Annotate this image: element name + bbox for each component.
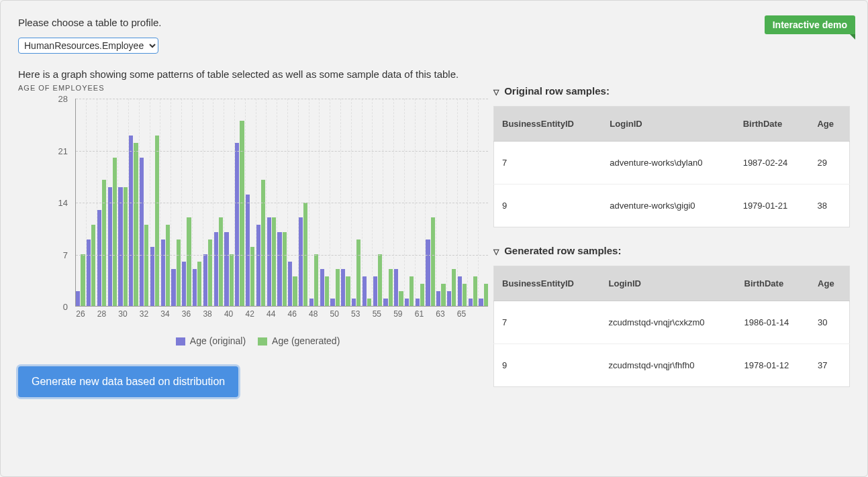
bar-generated	[356, 240, 360, 306]
bar-original	[405, 299, 409, 306]
table-cell: 29	[809, 142, 849, 184]
bar-original	[97, 210, 101, 306]
bar-original	[426, 240, 430, 306]
column-header: BirthDate	[736, 266, 810, 301]
bar-generated	[399, 291, 403, 306]
x-tick-label	[107, 309, 117, 319]
bar-original	[479, 299, 483, 306]
bar-generated	[452, 269, 456, 306]
x-tick-label: 28	[97, 309, 107, 319]
bar-original	[161, 240, 165, 306]
bar-generated	[473, 276, 477, 306]
table-cell: 1979-01-21	[735, 184, 810, 227]
bar-original	[458, 276, 462, 306]
description-text: Here is a graph showing some patterns of…	[18, 68, 850, 80]
bar-original	[277, 232, 281, 306]
table-select[interactable]: HumanResources.Employee	[18, 38, 158, 54]
x-tick-label: 53	[350, 309, 361, 319]
x-tick-label: 32	[139, 309, 150, 319]
y-tick-label: 14	[58, 198, 68, 208]
bar-original	[256, 225, 260, 306]
bar-generated	[240, 121, 244, 306]
bar-original	[416, 299, 420, 306]
bar-original	[363, 276, 367, 306]
bar-generated	[250, 247, 254, 306]
bar-generated	[166, 225, 170, 306]
table-row: 7adventure-works\dylan01987-02-2429	[494, 142, 850, 184]
bar-original	[118, 187, 122, 306]
bar-generated	[134, 143, 138, 306]
bar-original	[171, 269, 175, 306]
original-samples-table: BusinessEntityIDLoginIDBirthDateAge 7adv…	[493, 106, 850, 227]
bar-generated	[81, 254, 85, 306]
bar-original	[436, 291, 440, 306]
bar-original	[193, 269, 197, 306]
y-tick-label: 0	[63, 302, 68, 312]
bar-original	[108, 187, 112, 306]
bar-original	[214, 232, 218, 306]
bar-original	[235, 143, 239, 306]
column-header: LoginID	[601, 107, 734, 142]
bar-original	[394, 269, 398, 306]
x-tick-label: 46	[287, 309, 297, 319]
bar-generated	[420, 284, 424, 306]
bar-original	[320, 269, 324, 306]
bar-generated	[155, 136, 159, 306]
x-tick-label: 34	[160, 309, 171, 319]
table-cell: 7	[494, 142, 602, 184]
bar-original	[76, 291, 80, 306]
table-cell: 1987-02-24	[735, 142, 810, 184]
table-cell: 38	[809, 184, 849, 227]
bar-generated	[336, 269, 340, 306]
x-tick-label: 59	[393, 309, 403, 319]
table-cell: 9	[494, 184, 602, 227]
bar-generated	[272, 217, 276, 306]
bar-generated	[230, 254, 234, 306]
bar-original	[267, 217, 271, 306]
interactive-demo-badge: Interactive demo	[765, 15, 855, 34]
table-cell: 30	[810, 301, 849, 344]
bar-generated	[325, 276, 329, 306]
bar-original	[87, 240, 91, 306]
table-cell: 37	[810, 344, 849, 387]
table-row: 9adventure-works\gigi01979-01-2138	[494, 184, 850, 227]
x-tick-label: 42	[244, 309, 255, 319]
table-cell: 1978-01-12	[736, 344, 810, 387]
generated-samples-header[interactable]: ▽ Generated row samples:	[493, 245, 850, 256]
bar-generated	[124, 187, 128, 306]
table-row: 9zcudmstqd-vnqjr\fhfh01978-01-1237	[494, 344, 850, 387]
bar-generated	[463, 284, 467, 306]
table-cell: adventure-works\dylan0	[601, 142, 734, 184]
legend-label-generated: Age (generated)	[272, 335, 340, 346]
bar-generated	[314, 254, 318, 306]
generate-button[interactable]: Generate new data based on distribution	[18, 366, 238, 397]
chart-legend: Age (original) Age (generated)	[18, 335, 488, 346]
column-header: Age	[809, 107, 849, 142]
triangle-down-icon: ▽	[493, 248, 499, 256]
bar-generated	[144, 225, 148, 306]
x-tick-label	[340, 309, 350, 319]
bar-original	[447, 291, 451, 306]
bar-original	[373, 276, 377, 306]
legend-swatch-generated	[258, 337, 267, 346]
bar-generated	[187, 217, 191, 306]
bar-generated	[177, 240, 181, 306]
bar-generated	[367, 299, 371, 306]
table-cell: 7	[494, 301, 601, 344]
table-cell: 9	[494, 344, 601, 387]
x-tick-label	[467, 309, 477, 319]
x-tick-label	[171, 309, 181, 319]
bar-generated	[431, 217, 435, 306]
x-tick-label: 63	[435, 309, 446, 319]
column-header: LoginID	[601, 266, 736, 301]
bar-generated	[113, 158, 117, 306]
triangle-down-icon: ▽	[493, 88, 499, 97]
x-tick-label	[277, 309, 287, 319]
y-tick-label: 21	[58, 146, 68, 156]
x-tick-label: 65	[456, 309, 467, 319]
x-tick-label: 38	[202, 309, 213, 319]
bar-generated	[261, 180, 265, 306]
original-samples-header[interactable]: ▽ Original row samples:	[493, 85, 850, 97]
legend-swatch-original	[176, 337, 185, 346]
original-samples-title: Original row samples:	[504, 85, 610, 97]
